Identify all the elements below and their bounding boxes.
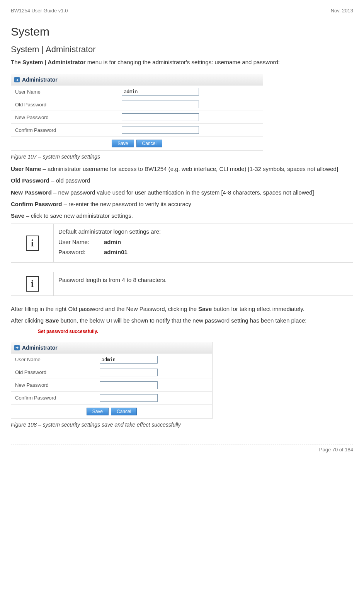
after-para-2: After clicking Save button, the below UI… (11, 317, 353, 324)
new-password-input[interactable] (122, 113, 199, 121)
def-oldpw-term: Old Password (11, 177, 49, 184)
button-row: Save Cancel (11, 137, 263, 150)
intro-paragraph: The System | Administrator menu is for c… (11, 58, 353, 66)
confirm-password-label-2: Confirm Password (11, 392, 100, 404)
info-pass-val: admin01 (104, 248, 128, 256)
after1-bold: Save (198, 306, 212, 312)
def-newpw-term: New Password (11, 189, 52, 196)
doc-title: BW1254 User Guide v1.0 (11, 8, 68, 14)
def-oldpw-text: – old password (49, 177, 90, 184)
def-oldpw: Old Password – old password (11, 177, 353, 184)
cancel-button-2[interactable]: Cancel (111, 408, 137, 415)
info-default-heading: Default administrator logon settings are… (58, 228, 348, 236)
confirm-password-label: Confirm Password (11, 124, 122, 136)
new-password-input-2[interactable] (100, 381, 158, 389)
after2-post: button, the below UI will be shown to no… (59, 317, 306, 324)
doc-date: Nov. 2013 (331, 8, 353, 14)
def-save-term: Save (11, 212, 24, 219)
row-confirm-password-2: Confirm Password (11, 392, 212, 405)
def-username-text: – administrator username for access to B… (41, 166, 338, 172)
save-button-2[interactable]: Save (87, 408, 109, 415)
after2-pre: After clicking (11, 317, 45, 324)
after2-bold: Save (45, 317, 59, 324)
username-label: User Name (11, 86, 122, 98)
confirm-password-input-2[interactable] (100, 394, 158, 402)
def-username: User Name – administrator username for a… (11, 165, 353, 173)
info-body-2: Password length is from 4 to 8 character… (54, 272, 353, 296)
confirm-password-input[interactable] (122, 126, 199, 134)
after-para-1: After filling in the right Old password … (11, 305, 353, 313)
old-password-input[interactable] (122, 101, 199, 108)
figure-107-caption: Figure 107 – system security settings (11, 153, 353, 161)
info-box-length: i Password length is from 4 to 8 charact… (11, 272, 353, 296)
info-user-val: admin (104, 238, 121, 246)
def-newpw-text: – new password value used for user authe… (52, 189, 314, 196)
username-label-2: User Name (11, 354, 100, 365)
info-body: Default administrator logon settings are… (54, 224, 353, 263)
panel-header-2: ➜ Administrator (11, 342, 212, 354)
intro-bold: System | Administrator (22, 59, 86, 65)
heading-system-admin: System | Administrator (11, 44, 353, 55)
new-password-label-2: New Password (11, 379, 100, 391)
panel-title-2: Administrator (22, 345, 58, 351)
after1-post: button for taking effect immediately. (212, 306, 304, 312)
intro-post: menu is for changing the administrator's… (86, 59, 280, 65)
info-default-pass: Password:admin01 (58, 248, 348, 256)
info-icon-cell: i (11, 224, 54, 263)
heading-system: System (11, 25, 353, 38)
info-user-key: User Name: (58, 238, 97, 246)
def-username-term: User Name (11, 166, 41, 172)
success-message: Set password successfully. (38, 329, 353, 334)
info-icon-glyph: i (31, 278, 34, 290)
def-save-text: – click to save new administrator settin… (24, 212, 133, 219)
username-input-2[interactable] (100, 356, 158, 364)
new-password-label: New Password (11, 111, 122, 123)
row-username: User Name (11, 85, 263, 98)
page-header: BW1254 User Guide v1.0 Nov. 2013 (11, 8, 353, 14)
administrator-panel-result: ➜ Administrator User Name Old Password N… (11, 342, 213, 419)
cancel-button[interactable]: Cancel (136, 140, 162, 147)
save-button[interactable]: Save (112, 140, 134, 147)
def-confirm: Confirm Password – re-enter the new pass… (11, 200, 353, 208)
button-row-2: Save Cancel (11, 405, 212, 418)
def-confirm-text: – re-enter the new password to verify it… (62, 201, 191, 207)
row-username-2: User Name (11, 354, 212, 366)
info-default-user: User Name:admin (58, 238, 348, 246)
info-box-defaults: i Default administrator logon settings a… (11, 224, 353, 263)
info-pass-key: Password: (58, 248, 97, 256)
username-input[interactable] (122, 88, 199, 96)
row-new-password: New Password (11, 111, 263, 124)
info-icon: i (26, 276, 39, 292)
info-icon-glyph: i (31, 237, 34, 249)
def-confirm-term: Confirm Password (11, 201, 62, 207)
collapse-icon[interactable]: ➜ (14, 77, 20, 82)
panel-header: ➜ Administrator (11, 74, 263, 85)
def-save: Save – click to save new administrator s… (11, 212, 353, 220)
panel-title: Administrator (22, 77, 58, 83)
info-icon-cell-2: i (11, 272, 54, 296)
after1-pre: After filling in the right Old password … (11, 306, 198, 312)
figure-108-caption: Figure 108 – system security settings sa… (11, 421, 353, 429)
info-length-text: Password length is from 4 to 8 character… (58, 276, 348, 284)
old-password-label-2: Old Password (11, 366, 100, 378)
intro-pre: The (11, 59, 22, 65)
row-old-password-2: Old Password (11, 366, 212, 379)
row-confirm-password: Confirm Password (11, 124, 263, 137)
info-icon: i (26, 236, 39, 251)
page-footer: Page 70 of 184 (11, 444, 353, 453)
def-newpw: New Password – new password value used f… (11, 189, 353, 196)
administrator-panel: ➜ Administrator User Name Old Password N… (11, 74, 263, 151)
row-new-password-2: New Password (11, 379, 212, 392)
old-password-input-2[interactable] (100, 369, 158, 376)
row-old-password: Old Password (11, 98, 263, 111)
old-password-label: Old Password (11, 99, 122, 111)
collapse-icon[interactable]: ➜ (14, 345, 20, 350)
